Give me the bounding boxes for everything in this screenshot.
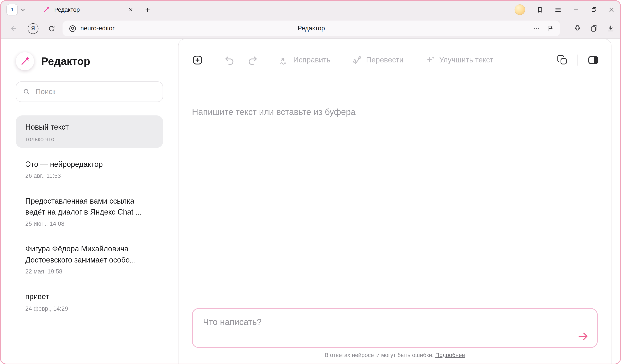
scale-root: 1 Редактор xyxy=(0,0,621,364)
editor-toolbar: а Исправить аA Перевести Улучшить текст xyxy=(178,39,611,66)
document-title: Это — нейроредактор xyxy=(25,159,153,170)
app-content: Редактор Новый текст только что Это — не… xyxy=(1,39,620,364)
document-time: 26 авг., 11:53 xyxy=(25,172,153,179)
chevron-down-icon[interactable] xyxy=(20,7,26,12)
translate-button[interactable]: аA Перевести xyxy=(352,55,404,65)
minimize-icon[interactable] xyxy=(573,6,580,13)
document-title: привет xyxy=(25,291,153,302)
copy-icon[interactable] xyxy=(557,55,568,66)
collections-icon[interactable] xyxy=(590,25,598,32)
app-logo-row: Редактор xyxy=(16,52,163,70)
browser-window: 1 Редактор xyxy=(0,0,621,364)
redo-icon[interactable] xyxy=(247,55,258,65)
disclaimer-more-link[interactable]: Подробнее xyxy=(435,352,465,358)
search-box xyxy=(16,81,163,102)
toolbar-divider xyxy=(578,55,578,66)
bookmark-panel-icon[interactable] xyxy=(536,6,543,13)
page-title: Редактор xyxy=(63,25,560,32)
browser-tab[interactable]: Редактор xyxy=(43,6,133,13)
search-icon xyxy=(23,88,30,95)
browser-chrome: 1 Редактор xyxy=(1,1,620,39)
prompt-box xyxy=(192,308,598,348)
documents-sidebar: Редактор Новый текст только что Это — не… xyxy=(1,39,178,364)
extensions-icon[interactable] xyxy=(573,25,581,32)
document-title: Фигура Фёдора Михайловича Достоевского з… xyxy=(25,243,153,265)
search-input[interactable] xyxy=(35,87,156,96)
prompt-input[interactable] xyxy=(193,309,597,347)
document-time: 22 мая, 19:58 xyxy=(25,268,153,275)
document-item[interactable]: Предоставленная вами ссылка ведёт на диа… xyxy=(16,189,163,233)
document-list: Новый текст только что Это — нейроредакт… xyxy=(16,115,163,317)
spellcheck-icon: а xyxy=(279,55,289,65)
back-icon[interactable] xyxy=(10,25,17,32)
document-title: Предоставленная вами ссылка ведёт на диа… xyxy=(25,196,153,218)
ai-disclaimer: В ответах нейросети могут быть ошибки. П… xyxy=(178,348,611,364)
translate-icon: аA xyxy=(352,55,362,65)
document-item[interactable]: Это — нейроредактор 26 авг., 11:53 xyxy=(16,152,163,185)
document-item[interactable]: Фигура Фёдора Михайловича Достоевского з… xyxy=(16,237,163,281)
editor-panel: а Исправить аA Перевести Улучшить текст xyxy=(178,39,611,364)
yandex-button[interactable]: Я xyxy=(28,23,38,34)
document-time: только что xyxy=(25,135,153,142)
improve-text-button[interactable]: Улучшить текст xyxy=(425,55,493,65)
menu-icon[interactable] xyxy=(554,6,562,13)
new-tab-icon[interactable] xyxy=(144,7,151,13)
document-title: Новый текст xyxy=(25,122,153,133)
undo-icon[interactable] xyxy=(224,55,235,65)
tab-close-icon[interactable] xyxy=(128,7,133,12)
panel-toggle-icon[interactable] xyxy=(587,54,599,66)
editor-body[interactable]: Напишите текст или вставьте из буфера xyxy=(178,66,611,308)
fix-text-button[interactable]: а Исправить xyxy=(279,55,330,65)
sparkles-icon xyxy=(425,55,435,65)
refresh-icon[interactable] xyxy=(48,25,55,32)
url-text: neuro-editor xyxy=(80,25,115,32)
new-document-icon[interactable] xyxy=(191,54,203,66)
tab-strip: 1 Редактор xyxy=(1,1,620,19)
editor-placeholder: Напишите текст или вставьте из буфера xyxy=(192,107,598,117)
app-logo-magic-wand-icon xyxy=(16,52,34,70)
app-title: Редактор xyxy=(41,55,90,67)
address-bar[interactable]: neuro-editor Редактор xyxy=(63,20,560,36)
profile-avatar[interactable] xyxy=(515,4,525,15)
close-window-icon[interactable] xyxy=(608,7,615,13)
more-icon[interactable] xyxy=(533,25,540,32)
document-time: 24 февр., 14:29 xyxy=(25,305,153,312)
restore-window-icon[interactable] xyxy=(591,6,597,13)
improve-text-label: Улучшить текст xyxy=(439,56,493,64)
magic-wand-icon xyxy=(43,6,50,13)
document-item[interactable]: привет 24 февр., 14:29 xyxy=(16,285,163,317)
disclaimer-text: В ответах нейросети могут быть ошибки. xyxy=(325,352,434,358)
svg-text:а: а xyxy=(281,56,285,63)
send-arrow-icon[interactable] xyxy=(577,330,589,342)
tab-group-counter[interactable]: 1 xyxy=(6,4,18,15)
fix-text-label: Исправить xyxy=(293,56,330,64)
translate-label: Перевести xyxy=(366,56,403,64)
address-bar-row: Я neuro-editor Редактор xyxy=(1,19,620,38)
tab-title: Редактор xyxy=(54,6,124,13)
bookmark-flag-icon[interactable] xyxy=(547,25,554,32)
download-icon[interactable] xyxy=(607,25,615,32)
document-item[interactable]: Новый текст только что xyxy=(16,115,163,148)
toolbar-divider xyxy=(214,55,214,66)
document-time: 25 июн., 14:08 xyxy=(25,220,153,227)
